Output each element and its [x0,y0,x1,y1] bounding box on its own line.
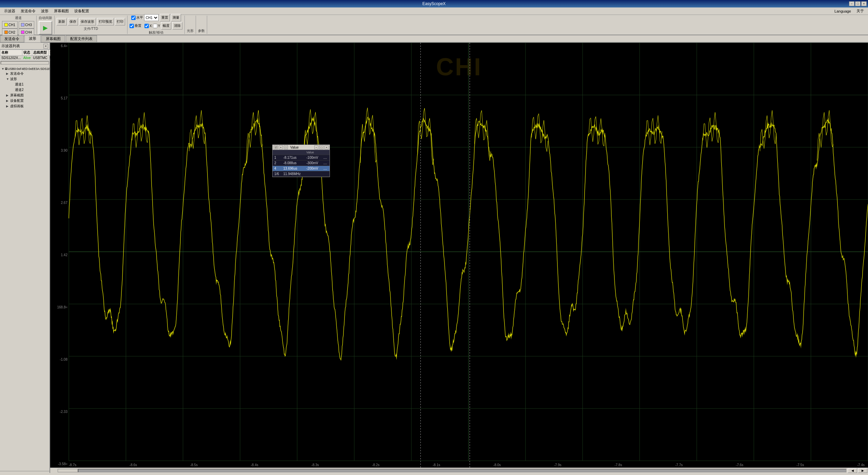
menu-device-config[interactable]: 设备配置 [72,8,92,14]
y-checkbox[interactable] [153,24,157,28]
vertical-check[interactable]: 垂置 [130,23,141,28]
hv-row1: 水平 CH1CH2CH3CH4 重置 测量 [131,14,181,21]
ch4-indicator [21,31,24,34]
meas-settings-btn[interactable]: □ [284,145,288,149]
ch2-label: CH2 [8,31,15,34]
col-status: 状态 [22,50,32,56]
menu-bar: 示波器 发送命令 波形 屏幕截图 设备配置 Language 关于 [0,7,868,15]
tree-device-config[interactable]: ▶ 设备配置 [6,98,48,103]
meas-r2-id: 2 [273,160,282,166]
scope-display[interactable]: CHI 6.4≈ 5.17 3.90 2.67 1.42 168.8≈ -1.0… [50,43,868,468]
scope-area: CHI 6.4≈ 5.17 3.90 2.67 1.42 168.8≈ -1.0… [50,43,868,473]
meas-r1-time: -8.171us [282,155,305,160]
panel-resize-handle[interactable] [0,471,50,473]
channel-select[interactable]: CH1CH2CH3CH4 [144,14,159,21]
close-button[interactable]: × [861,1,867,6]
hv-row2: 垂置 X Y 幅度 清除 [130,22,182,30]
meas-r4-value: -200mV [305,166,322,171]
panel-close-button[interactable]: × [43,44,48,49]
x-label: X [150,24,152,28]
scrollbar-track[interactable] [78,469,846,472]
x-check[interactable]: X [144,24,152,28]
print-button[interactable]: 打印 [115,18,125,25]
meas-r1-extra: .... [322,155,330,160]
horizontal-checkbox[interactable] [131,16,136,20]
device-row[interactable]: SDS1202X... Alive USBTMC U [0,56,55,60]
meas-row-4[interactable]: 4 13.696us -200mV .... [273,166,330,171]
ch3-button[interactable]: CH3 [19,21,34,28]
toolbar-light-section: 光形 [185,16,196,34]
tab-send-command[interactable]: 发送命令 [0,35,24,42]
scrollbar-thumb[interactable] [58,469,78,472]
save-button[interactable]: 保存 [68,18,78,25]
tree-usb-icon: 🖥 [4,67,8,71]
maximize-button[interactable]: □ [855,1,861,6]
tree-root[interactable]: ▼ 🖥 USB0:0xF4ED:0xEE3A:SDS1EDED5R [1,66,48,71]
reset-button[interactable]: 重置 [160,14,170,21]
toolbar-file-row: 新新 保存 保存波形 打印预览 打印 [57,18,125,25]
meas-row-1[interactable]: 1 -8.171us -100mV .... [273,155,330,160]
measurement-panel: ☑ × □ Value − □ × Value [272,145,330,177]
toolbar-channel-section: 通道 CH1 CH3 CH2 CH4 [0,16,37,34]
nav-prev-button[interactable]: ◀ [848,468,857,473]
window-controls: − □ × [849,1,867,6]
device-bus: USBTMC [32,56,48,60]
vertical-checkbox[interactable] [130,24,134,28]
y-check[interactable]: Y [153,24,160,28]
tree-wave-children: 通道1 通道2 [6,82,48,93]
meas-table: Value 1 -8.171us -100mV .... 2 -8.088us … [273,150,330,177]
vertical-label: 垂置 [135,23,141,28]
nav-next-button[interactable]: ▶ [858,468,867,473]
x-checkbox[interactable] [144,24,149,28]
tab-screenshot[interactable]: 屏幕截图 [41,35,65,42]
new-button[interactable]: 新新 [57,18,67,25]
meas-r4-id: 4 [273,166,282,171]
measure-button[interactable]: 测量 [171,14,181,21]
meas-row-freq[interactable]: 1/6 11.948MHz [273,171,330,177]
language-button[interactable]: Language [832,8,854,14]
meas-close-btn[interactable]: × [324,145,329,149]
menu-screenshot[interactable]: 屏幕截图 [51,8,72,14]
meas-col-value: Value [305,150,322,155]
tree-expand-icon: ▼ [1,67,4,71]
tree-virtual-board[interactable]: ▶ 虚拟画板 [6,103,48,109]
param-label: 参数 [198,28,205,33]
tab-waveform[interactable]: 波形 [24,35,41,42]
tree-ch2[interactable]: 通道2 [11,87,48,93]
tree-send-cmd[interactable]: ▶ 发送命令 [6,71,48,76]
save-wave-button[interactable]: 保存波形 [79,18,96,25]
horizontal-label: 水平 [136,15,143,20]
main-layout: 示波器列表 × 名称 状态 总线类型 型 SDS1202X... Alive U… [0,43,868,473]
menu-oscilloscope[interactable]: 示波器 [1,8,18,14]
tab-config-list[interactable]: 配置文件列表 [66,35,97,42]
tree-waveform[interactable]: ▼ 波形 [6,76,48,82]
tree-ch1[interactable]: 通道1 [11,82,48,87]
y-label: Y [158,24,160,28]
meas-resize-btn[interactable]: □ [319,145,323,149]
device-hscroll[interactable] [1,61,49,64]
print-preview-button[interactable]: 打印预览 [97,18,114,25]
cursor-line-2[interactable] [470,43,470,468]
ch3-label: CH3 [25,23,32,27]
menu-waveform[interactable]: 波形 [38,8,51,14]
about-button[interactable]: 关于 [854,8,867,14]
col-bus: 总线类型 [32,50,48,56]
meas-collapse-btn[interactable]: − [314,145,318,149]
light-label: 光形 [187,28,194,33]
left-panel: 示波器列表 × 名称 状态 总线类型 型 SDS1202X... Alive U… [0,43,50,473]
ch2-button[interactable]: CH2 [2,28,18,36]
cursor-line-1[interactable] [420,43,421,468]
tree-children: ▶ 发送命令 ▼ 波形 通道1 通道2 [1,71,48,109]
tree-screenshot[interactable]: ▶ 屏幕截图 [6,93,48,98]
delete-button[interactable]: 清除 [172,22,182,30]
meas-check-btn[interactable]: ☑ [274,145,278,149]
meas-row-2[interactable]: 2 -8.088us -300mV .... [273,160,330,166]
run-stop-button[interactable]: ▶ [39,21,52,35]
meas-col-extra [322,150,330,155]
menu-send-command[interactable]: 发送命令 [18,8,38,14]
amplitude-button[interactable]: 幅度 [161,22,171,30]
ch1-button[interactable]: CH1 [2,21,18,28]
minimize-button[interactable]: − [849,1,854,6]
meas-x-btn[interactable]: × [279,145,283,149]
horizontal-check[interactable]: 水平 [131,15,143,20]
